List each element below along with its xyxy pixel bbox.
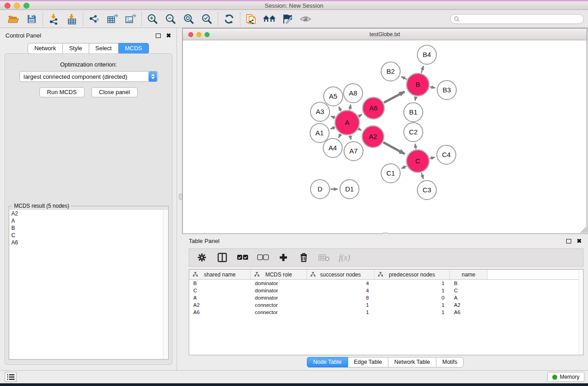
node-C[interactable]: C	[406, 150, 429, 172]
table-row[interactable]: Cdominator41C	[189, 287, 583, 294]
edge-A2-C[interactable]	[383, 143, 405, 154]
node-B3[interactable]: B3	[437, 81, 456, 100]
mcds-result-list[interactable]: A2ABCA6	[10, 210, 168, 359]
network-canvas[interactable]: B4B2BB3A8A5A6A3B1AC2A1A2A4A7C4CC1DD1C3	[183, 40, 587, 234]
edge-C-C3[interactable]	[421, 173, 423, 179]
column-header-predecessor-nodes[interactable]: predecessor nodes	[374, 270, 450, 279]
table-cell[interactable]: B	[189, 281, 251, 286]
edge-B-B3[interactable]	[430, 87, 435, 88]
edge-B-B2[interactable]	[401, 76, 406, 79]
tab-node-table[interactable]: Node Table	[307, 357, 348, 367]
edge-A-A3[interactable]	[331, 116, 335, 118]
node-A1[interactable]: A1	[310, 124, 329, 143]
table-cell[interactable]: A6	[189, 310, 251, 315]
table-cell[interactable]: 1	[374, 302, 450, 308]
minimize-network-button[interactable]	[196, 32, 201, 37]
show-columns-button[interactable]	[214, 250, 230, 265]
edge-A-A4[interactable]	[339, 134, 341, 138]
table-settings-button[interactable]	[194, 250, 210, 265]
table-cell[interactable]: 4	[307, 288, 374, 293]
table-row[interactable]: Bdominator41B	[189, 280, 583, 287]
export-image-button[interactable]	[121, 11, 139, 27]
edge-A-A1[interactable]	[330, 127, 335, 129]
table-cell[interactable]: connector	[251, 310, 307, 315]
zoom-network-button[interactable]	[205, 32, 210, 37]
float-table-panel-icon[interactable]	[566, 239, 571, 243]
edge-A-A8[interactable]	[350, 105, 351, 110]
table-cell[interactable]: A2	[189, 302, 251, 308]
delete-column-button[interactable]	[296, 250, 312, 265]
select-all-button[interactable]	[234, 250, 251, 265]
close-panel-button[interactable]: Close panel	[91, 87, 138, 97]
table-cell[interactable]: B	[450, 281, 488, 286]
tab-mcds[interactable]: MCDS	[119, 43, 149, 54]
node-B4[interactable]: B4	[417, 45, 436, 64]
zoom-in-button[interactable]	[143, 11, 162, 27]
column-header-MCDS-role[interactable]: MCDS role	[251, 270, 307, 279]
zoom-window-button[interactable]	[24, 3, 29, 9]
tab-motifs[interactable]: Motifs	[436, 357, 464, 367]
table-cell[interactable]: 1	[307, 302, 374, 308]
node-B[interactable]: B	[406, 73, 429, 96]
edge-C-C1[interactable]	[402, 166, 407, 168]
flag-pen-button[interactable]	[278, 11, 296, 27]
network-window-titlebar[interactable]: testGlobe.txt	[183, 29, 587, 40]
table-cell[interactable]: dominator	[251, 281, 307, 286]
node-C3[interactable]: C3	[417, 181, 436, 200]
run-mcds-button[interactable]: Run MCDS	[39, 87, 85, 97]
node-C1[interactable]: C1	[381, 164, 400, 183]
table-cell[interactable]: 0	[374, 295, 450, 300]
table-cell[interactable]: A2	[450, 302, 488, 308]
open-file-button[interactable]	[5, 11, 23, 27]
mcds-result-item[interactable]: A	[10, 217, 168, 224]
tab-network[interactable]: Network	[28, 43, 63, 54]
memory-button[interactable]: Memory	[547, 372, 584, 382]
table-cell[interactable]: 1	[374, 288, 450, 293]
table-scrollbar[interactable]	[578, 270, 583, 355]
deselect-all-button[interactable]	[255, 250, 271, 265]
edge-A6-B[interactable]	[384, 92, 405, 103]
criterion-dropdown[interactable]: largest connected component (directed)	[19, 71, 158, 82]
function-builder-button[interactable]: f(x)	[336, 250, 353, 265]
close-network-button[interactable]	[188, 32, 193, 37]
delete-table-button[interactable]	[316, 250, 332, 265]
node-A3[interactable]: A3	[311, 102, 330, 121]
task-history-button[interactable]	[5, 372, 17, 382]
edge-B-B1[interactable]	[415, 97, 416, 101]
mcds-result-item[interactable]: A2	[10, 210, 168, 217]
table-cell[interactable]: 1	[374, 310, 450, 315]
list-scrollbar[interactable]	[163, 210, 168, 359]
resize-grip-icon[interactable]	[580, 227, 586, 233]
node-C4[interactable]: C4	[437, 145, 456, 164]
table-row[interactable]: A2connector11A2	[189, 301, 583, 309]
table-cell[interactable]: 1	[307, 310, 374, 315]
node-A7[interactable]: A7	[344, 142, 363, 161]
node-table[interactable]: shared nameMCDS rolesuccessor nodesprede…	[189, 269, 583, 355]
import-network-button[interactable]	[45, 11, 63, 27]
tab-style[interactable]: Style	[63, 43, 89, 54]
zoom-selected-button[interactable]	[198, 11, 216, 27]
node-B1[interactable]: B1	[404, 103, 423, 122]
node-D1[interactable]: D1	[340, 180, 359, 199]
zoom-out-button[interactable]	[162, 11, 180, 27]
edge-A-A2[interactable]	[359, 129, 362, 130]
float-panel-icon[interactable]	[156, 33, 161, 38]
copy-network-button[interactable]	[242, 11, 260, 27]
houses-button[interactable]	[260, 11, 278, 27]
save-session-button[interactable]	[23, 11, 41, 27]
edge-A-A6[interactable]	[359, 114, 362, 116]
edge-C-C4[interactable]	[430, 157, 435, 159]
mcds-result-item[interactable]: A6	[10, 239, 168, 246]
edge-A-A5[interactable]	[339, 107, 341, 111]
node-A2[interactable]: A2	[362, 126, 384, 148]
table-cell[interactable]: C	[189, 288, 251, 293]
node-A6[interactable]: A6	[363, 97, 384, 119]
tab-network-table[interactable]: Network Table	[388, 357, 436, 367]
table-cell[interactable]: A	[189, 295, 251, 300]
zoom-fit-button[interactable]	[180, 11, 198, 27]
table-cell[interactable]: dominator	[251, 295, 307, 300]
table-row[interactable]: A6connector11A6	[189, 309, 583, 316]
edge-C-C2[interactable]	[415, 144, 416, 149]
node-A[interactable]: A	[335, 110, 359, 135]
edge-A-A7[interactable]	[350, 135, 351, 139]
